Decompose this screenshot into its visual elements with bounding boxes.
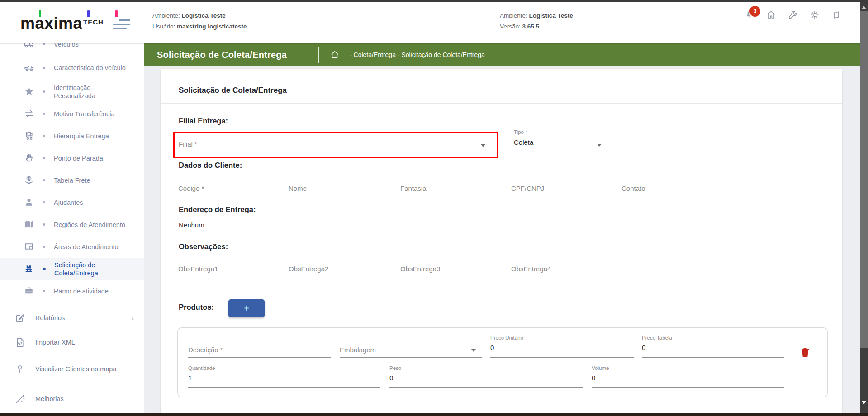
usuario-label: Usuário:: [152, 23, 175, 30]
sidebar-item-label: Identificação Personalizada: [54, 84, 132, 100]
quantidade-value: 1: [188, 374, 380, 382]
embalagem-select[interactable]: Embalagem: [340, 346, 482, 358]
ambiente-label: Ambiente:: [500, 12, 527, 19]
field-underline: [642, 357, 784, 358]
field-underline: [178, 277, 280, 277]
preco-unitario-label: Preço Unitario: [490, 335, 634, 340]
transfer-arrows-icon: [23, 108, 35, 120]
maxima-tech-logo: maximaTECH: [20, 12, 111, 35]
bullet-dot: [43, 90, 45, 93]
preco-tabela-input[interactable]: Preço Tabela 0: [642, 335, 784, 358]
sidebar-item-label: Ponto de Parada: [54, 154, 132, 162]
tipo-value: Coleta: [514, 138, 611, 146]
sidebar-item-label: Veículos: [54, 43, 132, 48]
descricao-input[interactable]: Descrição *: [188, 346, 331, 358]
sidebar-item-relatorios[interactable]: Relatórios ›: [0, 306, 144, 330]
header-icons: 0: [744, 6, 853, 24]
obs-entrega2-input[interactable]: ObsEntrega2: [289, 265, 390, 277]
bullet-dot: [43, 113, 45, 115]
home-icon[interactable]: [766, 9, 777, 20]
delete-product-trash-icon[interactable]: [800, 347, 812, 359]
scroll-up-arrow-icon[interactable]: [862, 6, 866, 9]
sidebar-item-label: Motivo Transferência: [54, 110, 132, 118]
fantasia-placeholder: Fantasia: [400, 184, 501, 192]
card-divider: [161, 103, 842, 104]
sidebar-item-hierarquia-entrega[interactable]: Hierarquia Entrega: [0, 125, 144, 147]
handtruck-icon: [23, 130, 35, 142]
preco-unitario-input[interactable]: Preço Unitario 0: [490, 335, 634, 358]
person-icon: [23, 196, 35, 209]
sidebar-item-ajudantes[interactable]: Ajudantes: [0, 191, 144, 213]
field-underline: [490, 357, 634, 358]
car-icon: [23, 61, 35, 74]
scrollbar-thumb[interactable]: [860, 11, 868, 348]
logo-blue-tick: [87, 10, 90, 17]
sidebar-item-importar-xml[interactable]: Importar XML: [0, 330, 144, 355]
quantidade-input[interactable]: Quantidade 1: [188, 365, 380, 388]
wrench-icon[interactable]: [787, 9, 798, 20]
obs-entrega4-input[interactable]: ObsEntrega4: [511, 265, 612, 277]
chevron-right-icon[interactable]: ›: [132, 314, 134, 322]
notifications-bell-icon[interactable]: 0: [744, 9, 755, 20]
section-produtos: Produtos:: [179, 303, 214, 312]
add-product-button[interactable]: +: [228, 299, 265, 317]
obs3-placeholder: ObsEntrega3: [400, 265, 501, 273]
sidebar-item-areas-de-atendimento[interactable]: Áreas de Atendimento: [0, 236, 144, 258]
nome-input: Nome: [289, 184, 390, 197]
content-area: Solicitação de Coleta/Entrega Filial Ent…: [144, 66, 860, 413]
field-underline: [511, 277, 612, 277]
sidebar-item-regioes-de-atendimento[interactable]: Regiões de Atendimento: [0, 213, 144, 236]
sidebar-item-melhorias[interactable]: Melhorias: [0, 387, 144, 411]
endereco-value: Nenhum...: [179, 221, 210, 229]
area-icon: [23, 241, 35, 253]
breadcrumb-home-icon[interactable]: [330, 50, 340, 60]
sidebar-item-identificacao-personalizada[interactable]: Identificação Personalizada: [0, 80, 144, 103]
map-icon: [23, 218, 35, 231]
logo-pink-tick: [115, 10, 118, 17]
sidebar-item-solicitacao-coleta-entrega[interactable]: Solicitação de Coleta/Entrega: [0, 258, 144, 280]
sidebar-item-label: Importar XML: [35, 338, 131, 346]
peso-input[interactable]: Peso 0: [389, 365, 583, 388]
sidebar-item-ponto-de-parada[interactable]: Ponto de Parada: [0, 147, 144, 169]
bullet-dot: [43, 67, 45, 69]
volume-input[interactable]: Volume 0: [592, 365, 784, 388]
bullet-dot: [43, 157, 45, 159]
peso-label: Peso: [389, 365, 583, 371]
gear-icon[interactable]: [809, 9, 820, 20]
bullet-dot: [43, 201, 45, 203]
scroll-down-arrow-icon[interactable]: [862, 401, 866, 404]
shekel-icon[interactable]: [831, 9, 842, 20]
sidebar-item-label: Regiões de Atendimento: [54, 221, 132, 229]
codigo-input[interactable]: Código *: [178, 184, 280, 197]
logo-green-tick: [39, 10, 41, 17]
map-pin-icon: [14, 363, 26, 375]
sidebar-item-tabela-frete[interactable]: Tabela Frete: [0, 169, 144, 191]
sidebar-item-visualizar-clientes-mapa[interactable]: Visualizar Clientes no mapa: [0, 355, 144, 383]
page-titlebar: Solicitação de Coleta/Entrega - Coleta/E…: [144, 43, 860, 66]
obs-entrega1-input[interactable]: ObsEntrega1: [178, 265, 280, 277]
preco-tabela-value: 0: [642, 344, 784, 351]
sidebar-item-label: Ramo de atividade: [54, 287, 132, 295]
tipo-select[interactable]: Tipo * Coleta: [514, 129, 611, 155]
vertical-scrollbar[interactable]: [860, 2, 868, 413]
sidebar-item-veiculos[interactable]: Veículos: [0, 43, 144, 55]
obs-entrega3-input[interactable]: ObsEntrega3: [400, 265, 501, 277]
ambiente-value: Logística Teste: [182, 12, 226, 19]
notification-count-badge: 0: [749, 6, 760, 17]
field-underline: [400, 197, 501, 197]
bullet-dot: [43, 290, 45, 292]
bullet-dot: [43, 246, 45, 248]
xml-file-icon: [14, 336, 26, 349]
embalagem-placeholder: Embalagem: [340, 346, 482, 354]
bullet-dot: [43, 223, 45, 226]
sidebar-item-label: Áreas de Atendimento: [54, 243, 132, 251]
hand-icon: [23, 152, 35, 165]
pallet-icon: [23, 263, 35, 275]
sidebar-item-ramo-de-atividade[interactable]: Ramo de atividade: [0, 280, 144, 302]
field-underline: [592, 387, 784, 388]
sidebar-item-motivo-transferencia[interactable]: Motivo Transferência: [0, 103, 144, 125]
menu-toggle-icon[interactable]: [113, 19, 130, 29]
sidebar-item-caracteristica-veiculo[interactable]: Caracteristica do veículo: [0, 55, 144, 80]
section-endereco-entrega: Endereço de Entrega:: [179, 205, 256, 214]
breadcrumb: - Coleta/Entrega - Solicitação de Coleta…: [350, 51, 485, 58]
